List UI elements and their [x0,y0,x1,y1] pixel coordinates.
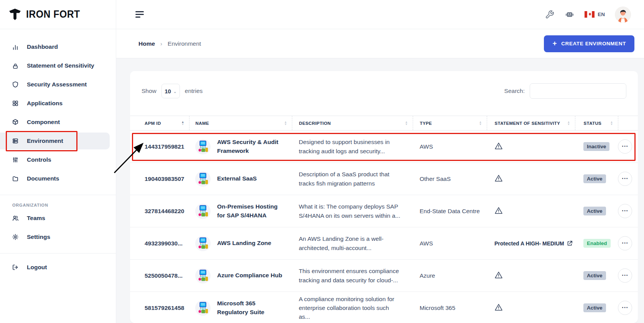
sidebar-item-applications[interactable]: Applications [0,95,116,112]
description-cell: Designed to support businesses in tracki… [292,131,413,163]
sidebar-item-environment[interactable]: Environment [0,133,110,149]
type-cell: Other SaaS [413,163,487,195]
sidebar-item-label: Dashboard [27,43,58,50]
sort-icons: ▲▼ [181,121,184,126]
table-row[interactable]: 581579261458 Microsoft 365 Regulatory Su… [130,292,638,323]
column-header-description[interactable]: DESCRIPTION▲▼ [292,116,413,131]
users-icon [12,214,19,222]
type-cell: End-State Data Centre [413,195,487,227]
page-size-select[interactable]: 10 ⌄ [161,84,180,98]
warning-icon [494,177,503,183]
bar-chart-icon [12,43,19,51]
row-actions-button[interactable]: ... [618,268,632,283]
search-input[interactable] [530,83,626,99]
sidebar-item-logout[interactable]: Logout [0,259,116,276]
sort-icons: ▲▼ [567,121,570,126]
sidebar-item-settings[interactable]: Settings [0,229,116,245]
sidebar-item-label: Documents [27,175,59,182]
lock-icon [12,62,19,70]
menu-toggle-icon[interactable] [135,11,144,18]
column-header-type[interactable]: TYPE▲▼ [413,116,487,131]
name-cell: AWS Landing Zone [189,227,292,260]
sidebar-item-component[interactable]: Component [0,114,116,131]
environment-name[interactable]: Azure Compliance Hub [217,271,282,280]
show-label: Show [142,88,156,94]
sidebar-item-label: Applications [27,100,63,107]
sidebar-item-documents[interactable]: Documents [0,170,116,187]
status-cell: Enabled [575,227,618,260]
description-cell: Description of a SaaS product that track… [292,163,413,195]
wrench-icon[interactable] [545,10,555,20]
sidebar-item-label: Teams [27,215,45,222]
environment-name[interactable]: Microsoft 365 Regulatory Suite [217,299,284,316]
name-cell: External SaaS [189,163,292,195]
name-cell: AWS Security & Audit Framework [189,131,292,163]
table-row[interactable]: 190403983507 External SaaS Descripti [130,163,638,195]
environment-name[interactable]: External SaaS [217,174,257,183]
row-actions-button[interactable]: ... [618,172,632,186]
status-cell: Active [575,260,618,292]
sort-icons: ▲▼ [405,121,408,126]
entries-label: entries [185,88,203,94]
sidebar-item-dashboard[interactable]: Dashboard [0,38,116,55]
column-header-apm-id[interactable]: APM ID▲▼ [130,116,189,131]
status-cell: Active [575,292,618,323]
apm-id-cell: 5250050478... [130,260,189,292]
table-row[interactable]: 327814468220 On-Premises Hosting for SAP… [130,195,638,227]
status-cell: Active [575,195,618,227]
status-cell: Inactive [575,131,618,163]
environment-name[interactable]: AWS Security & Audit Framework [217,138,284,155]
status-badge: Active [583,271,606,280]
statement-of-sensitivity-cell [487,195,575,227]
name-cell: On-Premises Hosting for SAP S/4HANA [189,195,292,227]
folder-icon [12,175,19,182]
sidebar-item-security-assessment[interactable]: Security Assessment [0,76,116,93]
warning-icon [494,144,503,151]
environment-illustration-icon [195,139,211,154]
sidebar-item-statement-of-sensitivity[interactable]: Statement of Sensitivity [0,57,116,74]
breadcrumb-home-link[interactable]: Home [138,40,155,47]
sidebar-item-controls[interactable]: Controls [0,151,116,168]
environment-name[interactable]: AWS Landing Zone [217,239,271,247]
actions-cell: ... [618,292,638,323]
sidebar-section-label: ORGANIZATION [12,203,116,207]
statement-of-sensitivity-cell: Protected A HIGH- MEDIUM [487,227,575,260]
column-header-status[interactable]: STATUS▲▼ [575,116,618,131]
statement-of-sensitivity-cell [487,292,575,323]
name-cell: Microsoft 365 Regulatory Suite [189,292,292,323]
row-actions-button[interactable]: ... [618,139,632,154]
column-header-name[interactable]: NAME▲▼ [189,116,292,131]
language-selector[interactable]: EN [585,11,605,18]
apm-id-cell: 327814468220 [130,195,189,227]
gear-icon [12,233,19,241]
sidebar-divider [0,195,116,195]
type-cell: Azure [413,260,487,292]
sort-icons: ▲▼ [284,121,287,126]
row-actions-button[interactable]: ... [618,301,632,315]
sidebar: IRON FORT Dashboard Statement of Sensiti… [0,0,116,323]
row-actions-button[interactable]: ... [618,204,632,218]
actions-cell: ... [618,131,638,163]
actions-cell: ... [618,163,638,195]
warning-icon [494,209,503,215]
sidebar-item-teams[interactable]: Teams [0,210,116,227]
sos-protected-link[interactable]: Protected A HIGH- MEDIUM [494,240,575,247]
table-row[interactable]: 144317959821 AWS Security & Audit Framew… [130,131,638,163]
avatar[interactable] [615,7,631,23]
column-header-statement-of-sensitivity[interactable]: STATEMENT OF SENSITIVITY▲▼ [487,116,575,131]
brand-logo: IRON FORT [0,0,116,29]
logout-icon [12,263,19,271]
status-badge: Inactive [583,142,609,151]
statement-of-sensitivity-cell [487,260,575,292]
server-icon [12,137,19,145]
robot-icon[interactable] [565,10,575,20]
sidebar-item-label: Security Assessment [27,81,87,88]
breadcrumb-bar: Home › Environment + CREATE ENVIRONMENT [116,29,644,58]
table-row[interactable]: 4932399030... AWS Landing Zone An AW [130,227,638,260]
row-actions-button[interactable]: ... [618,236,632,250]
table-row[interactable]: 5250050478... Azure Compliance Hub T [130,260,638,292]
actions-cell: ... [618,260,638,292]
sidebar-item-label: Controls [27,156,51,163]
create-environment-button[interactable]: + CREATE ENVIRONMENT [544,35,634,52]
environment-name[interactable]: On-Premises Hosting for SAP S/4HANA [217,202,284,220]
